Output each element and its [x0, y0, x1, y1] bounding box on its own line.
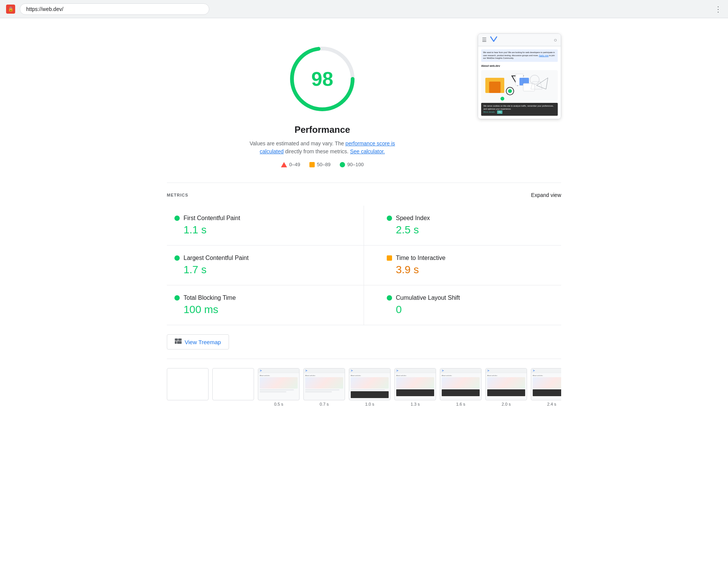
svg-rect-15 [177, 341, 182, 344]
metric-name-row-tti: Time to Interactive [387, 255, 554, 261]
screenshot-about: About web.dev [481, 64, 558, 68]
calculator-link[interactable]: See calculator. [350, 148, 385, 154]
filmstrip-section: ≻ About web.dev 0.5 s ≻ [167, 359, 561, 416]
filmstrip-time-6: 1.6 s [440, 402, 482, 406]
fcp-name: First Contentful Paint [184, 215, 240, 222]
metric-name-row-fcp: First Contentful Paint [174, 215, 341, 222]
filmstrip-thumb-8: ≻ About web.dev [531, 368, 561, 400]
screenshot-illustration [481, 70, 558, 101]
legend-good: 90–100 [340, 162, 364, 167]
cookie-text: We serve cookies on this site to analyze… [483, 105, 554, 110]
score-legend: 0–49 50–89 90–100 [167, 162, 478, 167]
filmstrip-time-2: 0.5 s [258, 402, 300, 406]
si-dot [387, 216, 392, 221]
filmstrip-time-5: 1.3 s [394, 402, 436, 406]
treemap-icon [175, 338, 182, 345]
filmstrip-time-3: 0.7 s [303, 402, 345, 406]
cls-name: Cumulative Layout Shift [396, 294, 460, 301]
treemap-section: View Treemap [167, 325, 561, 359]
svg-rect-13 [178, 338, 182, 341]
metric-name-row-lcp: Largest Contentful Paint [174, 255, 341, 261]
tti-dot [387, 255, 392, 261]
filmstrip-thumb-2: ≻ About web.dev [258, 368, 300, 400]
screenshot-preview: ☰ ○ We want to hear from you! We are loo… [478, 33, 561, 119]
filmstrip-thumb-7: ≻ About web.dev [485, 368, 527, 400]
cookie-ok: Ok [497, 110, 502, 114]
poor-icon [281, 162, 287, 167]
score-left: 98 Performance Values are estimated and … [167, 33, 478, 167]
metric-first-contentful-paint: First Contentful Paint 1.1 s [167, 206, 364, 246]
score-section: 98 Performance Values are estimated and … [167, 33, 561, 167]
metric-speed-index: Speed Index 2.5 s [364, 206, 561, 246]
metric-total-blocking-time: Total Blocking Time 100 ms [167, 285, 364, 325]
lcp-value: 1.7 s [184, 264, 341, 276]
filmstrip-frame-4: ≻ About web.dev 1.0 s [349, 368, 391, 406]
legend-poor: 0–49 [281, 162, 300, 167]
cls-value: 0 [396, 304, 554, 316]
metrics-label: METRICS [167, 193, 188, 197]
subtitle-text: Values are estimated and may vary. The [249, 140, 345, 146]
browser-favicon: 🔒 [6, 5, 15, 14]
view-treemap-button[interactable]: View Treemap [167, 334, 229, 349]
metric-name-row-tbt: Total Blocking Time [174, 294, 341, 301]
tbt-dot [174, 295, 180, 301]
performance-title: Performance [167, 124, 478, 135]
filmstrip-frame-6: ≻ About web.dev 1.6 s [440, 368, 482, 406]
good-icon [340, 162, 345, 167]
performance-subtitle: Values are estimated and may vary. The p… [243, 140, 402, 156]
svg-rect-10 [523, 83, 535, 91]
fcp-value: 1.1 s [184, 224, 341, 236]
performance-score: 98 [311, 68, 333, 90]
screenshot-body: We want to hear from you! We are looking… [478, 46, 561, 119]
url-bar[interactable]: https://web.dev/ [20, 3, 209, 15]
browser-menu-button[interactable]: ⋮ [714, 5, 722, 14]
average-label: 50–89 [317, 162, 331, 167]
browser-bar: 🔒 https://web.dev/ ⋮ [0, 0, 728, 18]
svg-point-8 [508, 89, 512, 93]
si-value: 2.5 s [396, 224, 554, 236]
filmstrip-frame-3: ≻ About web.dev 0.7 s [303, 368, 345, 406]
svg-rect-3 [489, 82, 500, 93]
filmstrip-frame-5: ≻ About web.dev 1.3 s [394, 368, 436, 406]
tbt-name: Total Blocking Time [184, 294, 236, 301]
expand-view-button[interactable]: Expand view [531, 192, 561, 198]
filmstrip-thumb-6: ≻ About web.dev [440, 368, 482, 400]
screenshot-cookie-bar: We serve cookies on this site to analyze… [481, 103, 558, 116]
svg-rect-14 [175, 341, 177, 344]
filmstrip-frame-7: ≻ About web.dev 2.0 s [485, 368, 527, 406]
metric-name-row-cls: Cumulative Layout Shift [387, 294, 554, 301]
filmstrip-thumb-0 [167, 368, 209, 400]
metrics-grid: First Contentful Paint 1.1 s Speed Index… [167, 206, 561, 325]
tbt-value: 100 ms [184, 304, 341, 316]
tti-name: Time to Interactive [396, 255, 446, 261]
fcp-dot [174, 216, 180, 221]
filmstrip-frame-8: ≻ About web.dev 2.4 s [531, 368, 561, 406]
filmstrip-thumb-5: ≻ About web.dev [394, 368, 436, 400]
screenshot-menu-icon: ☰ [482, 37, 487, 43]
subtitle-mid: directly from these metrics. [284, 148, 350, 154]
filmstrip-frame-1 [212, 368, 254, 406]
average-icon [309, 162, 315, 167]
page-content: 98 Performance Values are estimated and … [136, 18, 592, 431]
performance-gauge: 98 [284, 41, 360, 117]
filmstrip-thumb-3: ≻ About web.dev [303, 368, 345, 400]
screenshot-search-icon: ○ [554, 37, 557, 43]
filmstrip-thumb-4: ≻ About web.dev [349, 368, 391, 400]
metrics-header: METRICS Expand view [167, 192, 561, 198]
screenshot-top-bar: ☰ ○ [478, 34, 561, 46]
cookie-link: More details [483, 111, 495, 113]
filmstrip-frame-0 [167, 368, 209, 406]
svg-point-9 [500, 97, 504, 101]
filmstrip-time-7: 2.0 s [485, 402, 527, 406]
lcp-dot [174, 255, 180, 261]
screenshot-banner: We want to hear from you! We are looking… [481, 49, 558, 62]
lcp-name: Largest Contentful Paint [184, 255, 249, 261]
good-label: 90–100 [347, 162, 364, 167]
legend-average: 50–89 [309, 162, 331, 167]
poor-label: 0–49 [289, 162, 300, 167]
tti-value: 3.9 s [396, 264, 554, 276]
banner-link[interactable]: Apply now [539, 54, 548, 57]
svg-point-11 [530, 75, 539, 84]
filmstrip-frame-2: ≻ About web.dev 0.5 s [258, 368, 300, 406]
metric-largest-contentful-paint: Largest Contentful Paint 1.7 s [167, 246, 364, 285]
